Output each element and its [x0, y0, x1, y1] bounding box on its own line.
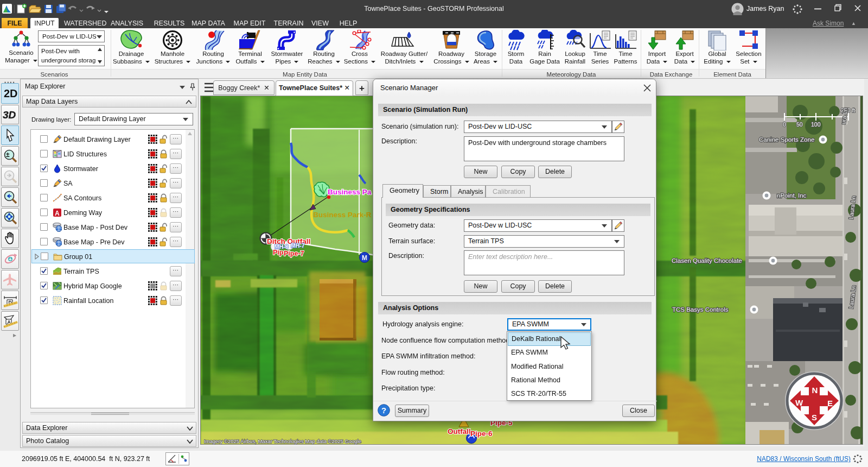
svg-text:±: ±	[6, 151, 10, 159]
svg-text:E: E	[827, 399, 833, 408]
svg-text:50: 50	[796, 121, 803, 128]
svg-text:Business Pa: Business Pa	[328, 188, 372, 196]
svg-text:Imagery ©2025 Airbus, Maxar Te: Imagery ©2025 Airbus, Maxar Technologies…	[204, 438, 361, 444]
svg-text:Outfall: Outfall	[448, 427, 471, 436]
svg-text:MH-7: MH-7	[291, 242, 305, 249]
svg-text:3D: 3D	[3, 109, 16, 121]
svg-text:Pipe-6: Pipe-6	[470, 430, 493, 438]
svg-text:M: M	[362, 254, 367, 262]
svg-text:0: 0	[783, 121, 786, 128]
svg-text:Pip: Pip	[273, 249, 284, 256]
svg-text:?: ?	[381, 406, 386, 415]
svg-text:A: A	[55, 210, 60, 217]
svg-text:Business Park-R: Business Park-R	[313, 211, 372, 219]
svg-text:W: W	[795, 398, 803, 407]
svg-text:+: +	[9, 256, 12, 262]
svg-text:Clasen Quality Chocolate: Clasen Quality Chocolate	[672, 257, 742, 264]
svg-text:S: S	[812, 413, 817, 422]
svg-text:N: N	[812, 386, 818, 395]
svg-text:Canine Sports Zone: Canine Sports Zone	[759, 136, 814, 143]
svg-text:100: 100	[811, 121, 821, 128]
svg-text:TCS Basys Controls: TCS Basys Controls	[672, 306, 729, 313]
svg-text:nPoint, Inc: nPoint, Inc	[777, 192, 807, 199]
svg-text:2D: 2D	[4, 87, 17, 99]
svg-text:Pipe-7: Pipe-7	[284, 250, 304, 257]
